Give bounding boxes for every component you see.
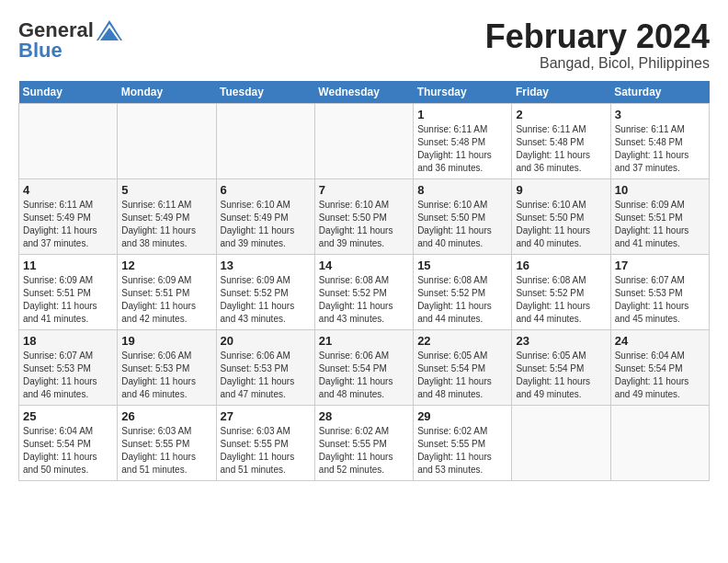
day-info: Sunrise: 6:02 AMSunset: 5:55 PMDaylight:… (319, 425, 409, 477)
calendar-cell: 26Sunrise: 6:03 AMSunset: 5:55 PMDayligh… (118, 405, 216, 480)
calendar-cell: 3Sunrise: 6:11 AMSunset: 5:48 PMDaylight… (610, 103, 709, 178)
day-number: 27 (221, 409, 311, 423)
day-info: Sunrise: 6:08 AMSunset: 5:52 PMDaylight:… (319, 274, 409, 326)
calendar-cell: 20Sunrise: 6:06 AMSunset: 5:53 PMDayligh… (216, 329, 314, 405)
calendar-week-row: 11Sunrise: 6:09 AMSunset: 5:51 PMDayligh… (19, 254, 710, 329)
calendar-cell: 22Sunrise: 6:05 AMSunset: 5:54 PMDayligh… (414, 329, 512, 405)
day-number: 18 (23, 334, 113, 348)
day-number: 11 (23, 259, 113, 272)
calendar-cell: 19Sunrise: 6:06 AMSunset: 5:53 PMDayligh… (118, 329, 216, 405)
day-info: Sunrise: 6:09 AMSunset: 5:52 PMDaylight:… (221, 274, 311, 326)
calendar-cell: 21Sunrise: 6:06 AMSunset: 5:54 PMDayligh… (314, 329, 413, 405)
calendar-week-row: 4Sunrise: 6:11 AMSunset: 5:49 PMDaylight… (19, 178, 710, 254)
day-info: Sunrise: 6:09 AMSunset: 5:51 PMDaylight:… (23, 274, 113, 326)
calendar-cell: 5Sunrise: 6:11 AMSunset: 5:49 PMDaylight… (118, 178, 216, 254)
day-info: Sunrise: 6:03 AMSunset: 5:55 PMDaylight:… (121, 425, 211, 477)
day-number: 8 (417, 183, 507, 197)
col-header-friday: Friday (512, 81, 610, 104)
day-info: Sunrise: 6:11 AMSunset: 5:49 PMDaylight:… (23, 199, 113, 250)
calendar-week-row: 18Sunrise: 6:07 AMSunset: 5:53 PMDayligh… (19, 329, 710, 405)
page-header: General Blue February 2024 Bangad, Bicol… (18, 18, 710, 72)
day-number: 17 (615, 259, 705, 272)
calendar-cell: 25Sunrise: 6:04 AMSunset: 5:54 PMDayligh… (19, 405, 118, 480)
day-number: 25 (23, 409, 113, 423)
logo: General Blue (18, 18, 122, 63)
day-number: 14 (319, 259, 409, 272)
day-number: 10 (615, 183, 705, 197)
calendar-cell: 17Sunrise: 6:07 AMSunset: 5:53 PMDayligh… (610, 254, 709, 329)
day-info: Sunrise: 6:07 AMSunset: 5:53 PMDaylight:… (23, 350, 113, 401)
day-info: Sunrise: 6:02 AMSunset: 5:55 PMDaylight:… (417, 425, 507, 477)
calendar-cell: 27Sunrise: 6:03 AMSunset: 5:55 PMDayligh… (216, 405, 314, 480)
day-number: 1 (417, 108, 507, 121)
day-info: Sunrise: 6:11 AMSunset: 5:48 PMDaylight:… (615, 123, 705, 175)
calendar-week-row: 25Sunrise: 6:04 AMSunset: 5:54 PMDayligh… (19, 405, 710, 480)
calendar-cell: 6Sunrise: 6:10 AMSunset: 5:49 PMDaylight… (216, 178, 314, 254)
day-number: 26 (121, 409, 211, 423)
col-header-thursday: Thursday (414, 81, 512, 104)
calendar-cell (512, 405, 610, 480)
day-info: Sunrise: 6:05 AMSunset: 5:54 PMDaylight:… (516, 350, 606, 401)
calendar-cell: 10Sunrise: 6:09 AMSunset: 5:51 PMDayligh… (610, 178, 709, 254)
title-area: February 2024 Bangad, Bicol, Philippines (485, 18, 710, 72)
day-info: Sunrise: 6:10 AMSunset: 5:50 PMDaylight:… (516, 199, 606, 250)
day-info: Sunrise: 6:05 AMSunset: 5:54 PMDaylight:… (417, 350, 507, 401)
day-info: Sunrise: 6:04 AMSunset: 5:54 PMDaylight:… (23, 425, 113, 477)
calendar-cell: 18Sunrise: 6:07 AMSunset: 5:53 PMDayligh… (19, 329, 118, 405)
day-info: Sunrise: 6:09 AMSunset: 5:51 PMDaylight:… (121, 274, 211, 326)
calendar-cell: 23Sunrise: 6:05 AMSunset: 5:54 PMDayligh… (512, 329, 610, 405)
day-number: 15 (417, 259, 507, 272)
day-info: Sunrise: 6:11 AMSunset: 5:48 PMDaylight:… (417, 123, 507, 175)
calendar-cell: 2Sunrise: 6:11 AMSunset: 5:48 PMDaylight… (512, 103, 610, 178)
calendar-week-row: 1Sunrise: 6:11 AMSunset: 5:48 PMDaylight… (19, 103, 710, 178)
calendar-cell: 13Sunrise: 6:09 AMSunset: 5:52 PMDayligh… (216, 254, 314, 329)
calendar-cell: 11Sunrise: 6:09 AMSunset: 5:51 PMDayligh… (19, 254, 118, 329)
day-number: 24 (615, 334, 705, 348)
day-number: 2 (516, 108, 606, 121)
col-header-wednesday: Wednesday (314, 81, 413, 104)
day-info: Sunrise: 6:10 AMSunset: 5:50 PMDaylight:… (417, 199, 507, 250)
day-number: 28 (319, 409, 409, 423)
calendar-cell: 14Sunrise: 6:08 AMSunset: 5:52 PMDayligh… (314, 254, 413, 329)
calendar-cell (610, 405, 709, 480)
calendar-table: SundayMondayTuesdayWednesdayThursdayFrid… (18, 81, 710, 481)
day-number: 3 (615, 108, 705, 121)
day-info: Sunrise: 6:11 AMSunset: 5:49 PMDaylight:… (121, 199, 211, 250)
col-header-monday: Monday (118, 81, 216, 104)
logo-icon (97, 20, 122, 40)
calendar-cell: 15Sunrise: 6:08 AMSunset: 5:52 PMDayligh… (414, 254, 512, 329)
logo-blue-text: Blue (18, 39, 63, 63)
calendar-cell (118, 103, 216, 178)
calendar-cell: 8Sunrise: 6:10 AMSunset: 5:50 PMDaylight… (414, 178, 512, 254)
day-number: 16 (516, 259, 606, 272)
day-number: 23 (516, 334, 606, 348)
calendar-title: February 2024 (485, 18, 710, 55)
calendar-cell (216, 103, 314, 178)
day-info: Sunrise: 6:06 AMSunset: 5:53 PMDaylight:… (121, 350, 211, 401)
col-header-saturday: Saturday (610, 81, 709, 104)
day-info: Sunrise: 6:08 AMSunset: 5:52 PMDaylight:… (516, 274, 606, 326)
day-info: Sunrise: 6:10 AMSunset: 5:50 PMDaylight:… (319, 199, 409, 250)
calendar-cell: 12Sunrise: 6:09 AMSunset: 5:51 PMDayligh… (118, 254, 216, 329)
day-info: Sunrise: 6:08 AMSunset: 5:52 PMDaylight:… (417, 274, 507, 326)
calendar-cell: 7Sunrise: 6:10 AMSunset: 5:50 PMDaylight… (314, 178, 413, 254)
day-info: Sunrise: 6:06 AMSunset: 5:54 PMDaylight:… (319, 350, 409, 401)
calendar-cell (19, 103, 118, 178)
calendar-cell (314, 103, 413, 178)
calendar-cell: 29Sunrise: 6:02 AMSunset: 5:55 PMDayligh… (414, 405, 512, 480)
day-number: 7 (319, 183, 409, 197)
day-number: 4 (23, 183, 113, 197)
col-header-tuesday: Tuesday (216, 81, 314, 104)
calendar-cell: 28Sunrise: 6:02 AMSunset: 5:55 PMDayligh… (314, 405, 413, 480)
day-info: Sunrise: 6:06 AMSunset: 5:53 PMDaylight:… (221, 350, 311, 401)
calendar-subtitle: Bangad, Bicol, Philippines (485, 55, 710, 72)
day-info: Sunrise: 6:09 AMSunset: 5:51 PMDaylight:… (615, 199, 705, 250)
day-number: 20 (221, 334, 311, 348)
day-number: 19 (121, 334, 211, 348)
calendar-cell: 1Sunrise: 6:11 AMSunset: 5:48 PMDaylight… (414, 103, 512, 178)
day-number: 13 (221, 259, 311, 272)
calendar-header-row: SundayMondayTuesdayWednesdayThursdayFrid… (19, 81, 710, 104)
day-number: 21 (319, 334, 409, 348)
calendar-cell: 4Sunrise: 6:11 AMSunset: 5:49 PMDaylight… (19, 178, 118, 254)
calendar-cell: 24Sunrise: 6:04 AMSunset: 5:54 PMDayligh… (610, 329, 709, 405)
